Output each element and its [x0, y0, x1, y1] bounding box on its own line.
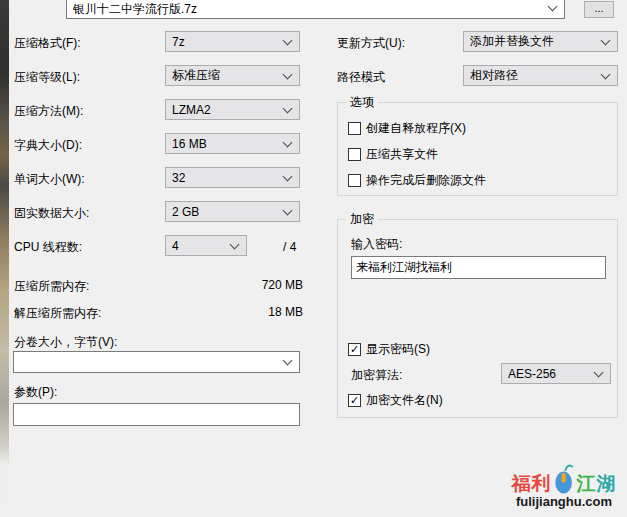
chevron-down-icon	[230, 240, 240, 250]
password-label: 输入密码:	[351, 236, 402, 252]
method-combobox[interactable]: LZMA2	[165, 99, 300, 120]
shared-files-checkbox[interactable]: 压缩共享文件	[348, 146, 438, 163]
format-combobox[interactable]: 7z	[165, 31, 300, 52]
update-mode-combobox[interactable]: 添加并替换文件	[463, 31, 618, 52]
watermark-text-fuli: 福利	[512, 474, 552, 494]
encrypt-names-checkbox[interactable]: ✓ 加密文件名(N)	[348, 392, 443, 409]
delete-after-label: 操作完成后删除源文件	[366, 172, 486, 189]
method-label: 压缩方法(M):	[14, 103, 83, 119]
options-group-title: 选项	[346, 95, 378, 110]
memory-compress-label: 压缩所需内存:	[14, 278, 89, 294]
volume-size-label: 分卷大小，字节(V):	[14, 334, 117, 350]
method-value: LZMA2	[172, 103, 211, 117]
show-password-checkbox[interactable]: ✓ 显示密码(S)	[348, 341, 430, 358]
chevron-down-icon	[283, 138, 293, 148]
create-sfx-label: 创建自释放程序(X)	[366, 120, 466, 137]
word-size-combobox[interactable]: 32	[165, 167, 300, 188]
path-mode-value: 相对路径	[470, 67, 518, 84]
archive-name-value: 银川十二中学流行版.7z	[73, 1, 197, 18]
update-mode-label: 更新方式(U):	[337, 35, 405, 51]
browse-button[interactable]: ...	[584, 1, 614, 18]
chevron-down-icon	[601, 70, 611, 80]
parameters-input[interactable]	[13, 403, 300, 426]
chevron-down-icon	[283, 206, 293, 216]
chevron-down-icon	[283, 36, 293, 46]
dictionary-combobox[interactable]: 16 MB	[165, 133, 300, 154]
word-size-label: 单词大小(W):	[14, 171, 85, 187]
cpu-threads-max: / 4	[283, 239, 296, 255]
encryption-group-title: 加密	[346, 212, 378, 227]
checkbox-box[interactable]	[348, 148, 361, 161]
solid-block-label: 固实数据大小:	[14, 205, 89, 221]
watermark-text-jianghu: 江湖	[577, 474, 617, 494]
archive-dialog: { "archive": { "name_value": "银川十二中学流行版.…	[0, 0, 627, 517]
cpu-threads-combobox[interactable]: 4	[165, 235, 247, 256]
level-label: 压缩等级(L):	[14, 69, 80, 85]
solid-block-value: 2 GB	[172, 205, 199, 219]
path-mode-label: 路径模式	[337, 69, 385, 85]
dictionary-label: 字典大小(D):	[14, 137, 82, 153]
parameters-label: 参数(P):	[14, 384, 57, 400]
shared-files-label: 压缩共享文件	[366, 146, 438, 163]
chevron-down-icon	[283, 70, 293, 80]
memory-decompress-value: 18 MB	[200, 305, 303, 319]
checkbox-box[interactable]: ✓	[348, 394, 361, 407]
fulijianghu-watermark: 福利 江湖 fulijianghu.com	[505, 464, 623, 509]
chevron-down-icon	[283, 172, 293, 182]
format-label: 压缩格式(F):	[14, 35, 81, 51]
checkbox-box[interactable]	[348, 122, 361, 135]
memory-compress-value: 720 MB	[200, 278, 303, 292]
chevron-down-icon	[601, 36, 611, 46]
archive-name-combobox[interactable]: 银川十二中学流行版.7z	[66, 0, 565, 19]
watermark-domain: fulijianghu.com	[505, 494, 623, 509]
encryption-group: 加密 输入密码: ✓ 显示密码(S) 加密算法: AES-256 ✓ 加密文件名…	[337, 219, 618, 418]
checkbox-box[interactable]	[348, 174, 361, 187]
memory-decompress-label: 解压缩所需内存:	[14, 305, 101, 321]
create-sfx-checkbox[interactable]: 创建自释放程序(X)	[348, 120, 466, 137]
chevron-down-icon	[594, 368, 604, 378]
chevron-down-icon	[283, 104, 293, 114]
level-combobox[interactable]: 标准压缩	[165, 65, 300, 86]
level-value: 标准压缩	[172, 67, 220, 84]
watermark-text-jiang: 江	[577, 473, 597, 494]
encryption-method-value: AES-256	[508, 367, 556, 381]
options-group: 选项 创建自释放程序(X) 压缩共享文件 操作完成后删除源文件	[337, 102, 618, 196]
mouse-icon	[554, 464, 575, 494]
cpu-threads-value: 4	[172, 239, 179, 253]
path-mode-combobox[interactable]: 相对路径	[463, 65, 618, 86]
encrypt-names-label: 加密文件名(N)	[366, 392, 443, 409]
chevron-down-icon	[548, 2, 558, 12]
volume-size-combobox[interactable]	[13, 351, 300, 373]
cpu-threads-label: CPU 线程数:	[14, 239, 82, 255]
format-value: 7z	[172, 35, 185, 49]
update-mode-value: 添加并替换文件	[470, 33, 554, 50]
delete-after-checkbox[interactable]: 操作完成后删除源文件	[348, 172, 486, 189]
show-password-label: 显示密码(S)	[366, 341, 430, 358]
checkbox-box[interactable]: ✓	[348, 343, 361, 356]
password-input[interactable]	[351, 256, 606, 279]
dictionary-value: 16 MB	[172, 137, 207, 151]
solid-block-combobox[interactable]: 2 GB	[165, 201, 300, 222]
encryption-method-combobox[interactable]: AES-256	[501, 363, 611, 384]
watermark-text-hu: 湖	[597, 473, 617, 494]
background-window-sliver	[0, 0, 9, 517]
encryption-method-label: 加密算法:	[351, 367, 402, 383]
chevron-down-icon	[283, 356, 293, 366]
word-size-value: 32	[172, 171, 185, 185]
